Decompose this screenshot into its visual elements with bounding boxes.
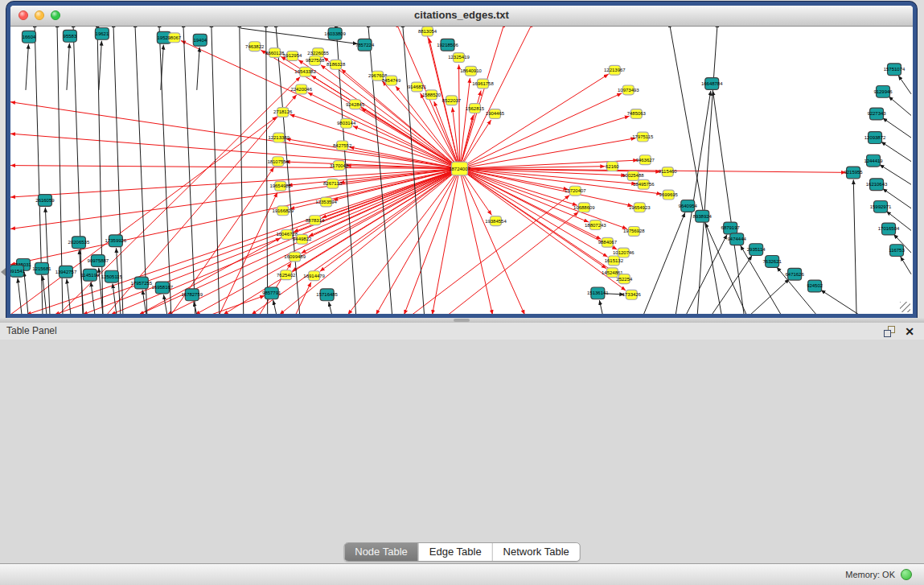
graph-node[interactable]: 6471626 [785,268,804,280]
float-panel-icon[interactable] [884,326,895,337]
graph-node[interactable]: 16033809 [324,27,346,39]
graph-node[interactable]: 10025488 [622,171,644,180]
svg-text:7857224: 7857224 [355,43,375,47]
graph-node[interactable]: 9115460 [659,167,678,177]
graph-node[interactable]: 95583 [63,30,77,42]
graph-node[interactable]: 8878314 [306,216,325,225]
graph-node[interactable]: 116753 [889,245,905,257]
tab-network-table[interactable]: Network Table [493,543,580,561]
close-window-button[interactable] [18,10,28,20]
graph-node[interactable]: 8938924 [693,210,713,222]
maximize-window-button[interactable] [51,10,60,20]
graph-node[interactable]: 8186328 [326,60,346,69]
graph-node[interactable]: 19621 [95,27,109,39]
graph-node[interactable]: 9129946 [873,85,893,97]
graph-node[interactable]: 252254 [616,274,633,284]
graph-node[interactable]: 62160 [606,162,619,171]
graph-node[interactable]: 16648784 [701,78,723,90]
svg-text:9449822: 9449822 [293,237,311,241]
graph-node[interactable]: 19404 [193,34,207,46]
svg-text:9463627: 9463627 [636,158,655,163]
svg-text:8454749: 8454749 [382,78,401,83]
graph-node[interactable]: 1215681 [32,262,51,274]
graph-node[interactable]: 18640910 [460,66,482,76]
graph-node[interactable]: 98067 [168,33,182,43]
graph-node[interactable]: 12093872 [864,132,886,144]
graph-node[interactable]: 19654985 [269,181,291,191]
graph-node[interactable]: 15720407 [565,186,586,196]
graph-node[interactable]: 17016504 [878,223,900,235]
graph-node[interactable]: 7485063 [627,109,647,119]
graph-node[interactable]: 15716485 [316,289,338,301]
graph-node[interactable]: 12213967 [604,65,626,75]
graph-node[interactable]: 8813054 [418,27,437,36]
graph-node[interactable]: 16914479 [303,271,325,281]
graph-node[interactable]: 15136141 [587,287,609,299]
graph-node[interactable]: 9640954 [679,200,698,212]
tab-edge-table[interactable]: Edge Table [419,543,493,561]
graph-node[interactable]: 9215955 [844,167,863,179]
tab-node-table[interactable]: Node Table [344,543,419,561]
graph-node[interactable]: 2935114 [747,244,766,256]
graph-node[interactable]: 7857224 [355,39,375,51]
minimize-window-button[interactable] [35,10,44,20]
graph-node[interactable]: 7632621 [763,256,782,268]
graph-node[interactable]: 16961758 [472,79,494,89]
splitter-grip-icon[interactable] [454,319,470,322]
graph-node[interactable]: 1733426 [622,290,642,299]
svg-text:1904465: 1904465 [486,111,505,116]
graph-node[interactable]: 391541 [10,265,26,277]
graph-node[interactable]: 2718126 [273,108,293,117]
svg-text:1733426: 1733426 [622,292,642,297]
graph-node[interactable]: 9463627 [636,155,655,165]
control-panel-collapse-handle[interactable] [1,268,6,276]
graph-node[interactable]: 17975115 [632,132,654,142]
graph-node[interactable]: 90975887 [88,255,109,267]
graph-node[interactable]: 8660128 [265,48,285,58]
graph-node[interactable]: 20206535 [68,237,90,249]
graph-node[interactable]: 15751074 [884,64,906,76]
graph-node[interactable]: 18724007 [449,162,470,175]
graph-node[interactable]: 6879197 [721,222,740,234]
graph-node[interactable]: 9146821 [408,82,427,92]
graph-node[interactable]: 19218506 [437,39,458,51]
graph-node[interactable]: 19384554 [485,216,507,226]
graph-node[interactable]: 8522037 [442,96,461,105]
graph-node[interactable]: 19756928 [623,227,645,237]
graph-node[interactable]: 924502 [807,280,823,292]
graph-node[interactable]: 1562815 [466,104,485,113]
graph-node[interactable]: 12325419 [448,53,470,63]
graph-node[interactable]: 16210643 [866,179,888,191]
graph-node[interactable]: 19654923 [629,203,651,212]
graph-node[interactable]: 9857791 [262,287,281,299]
network-canvas[interactable]: 1872400712213389181075541965498519166829… [10,27,913,315]
graph-node[interactable]: 16604 [22,31,36,43]
graph-node[interactable]: 9227343 [867,108,886,120]
graph-node[interactable]: 9474444 [728,233,747,245]
graph-node[interactable]: 16099489 [284,252,306,262]
graph-node[interactable]: 17359926 [105,235,127,247]
close-panel-icon[interactable]: ✕ [905,323,914,340]
network-graph[interactable]: 1872400712213389181075541965498519166829… [10,27,913,315]
graph-node[interactable]: 18107554 [267,157,289,167]
graph-node[interactable]: 12505115 [101,270,123,282]
table-panel-title: Table Panel [6,323,57,340]
graph-node[interactable]: 1244419 [864,154,883,167]
svg-text:17975115: 17975115 [632,134,654,139]
resize-grip-icon[interactable] [900,302,910,312]
graph-node[interactable]: 16782759 [182,289,203,301]
graph-node[interactable]: 2616059 [35,195,55,207]
svg-text:10973493: 10973493 [618,88,639,93]
graph-node[interactable]: 1145194 [80,269,100,281]
window-titlebar[interactable]: citations_edges.txt [10,6,913,27]
graph-node[interactable]: 8427552 [333,141,351,150]
graph-node[interactable]: 7463822 [245,42,264,51]
graph-node[interactable]: 18495756 [633,179,655,189]
graph-node[interactable]: 9699695 [659,190,679,200]
svg-text:8813054: 8813054 [418,29,437,34]
graph-node[interactable]: 16543382 [294,67,316,76]
graph-node[interactable]: 15992971 [870,200,892,212]
svg-text:19404: 19404 [193,38,207,43]
graph-node[interactable]: 5912954 [283,51,302,61]
graph-node[interactable]: 1588520 [422,90,441,100]
